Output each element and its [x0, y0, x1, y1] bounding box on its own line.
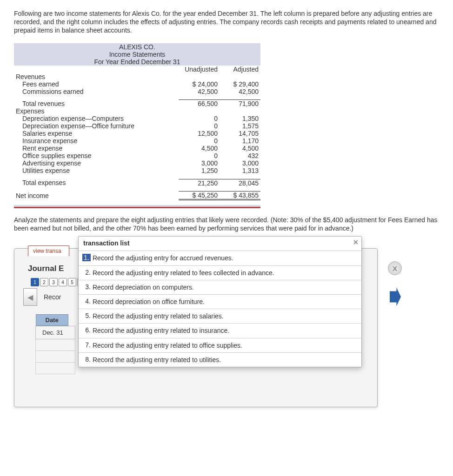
row-val: 0 [179, 152, 220, 159]
row-val: 1,250 [179, 167, 220, 174]
item-text: Record depreciation on computers. [93, 283, 358, 291]
row-val: 42,500 [179, 88, 220, 95]
transaction-item-8[interactable]: 8.Record the adjusting entry related to … [79, 352, 361, 367]
pager-btn-2[interactable]: 2 [40, 278, 48, 286]
transaction-item-4[interactable]: 4.Record depreciation on office furnitur… [79, 294, 361, 309]
row-label: Rent expense [14, 145, 179, 152]
stmt-title: Income Statements [14, 51, 260, 58]
item-text: Record the adjusting entry related to ut… [93, 356, 358, 364]
pager-btn-5[interactable]: 5 [68, 278, 76, 286]
item-number: 4. [80, 298, 93, 305]
total-revenues-label: Total revenues [14, 100, 179, 108]
row-val: 0 [179, 122, 220, 130]
row-val: 432 [220, 152, 260, 159]
item-number: 8. [80, 356, 93, 363]
row-val: 0 [179, 137, 220, 145]
row-label: Commissions earned [14, 88, 179, 95]
date-header: Date [36, 314, 68, 326]
blank-cell[interactable] [36, 339, 75, 351]
date-cell[interactable]: Dec. 31 [36, 326, 75, 339]
row-label: Fees earned [14, 80, 179, 88]
intro-text: Following are two income statements for … [14, 9, 439, 35]
item-text: Record the adjusting entry related to in… [93, 326, 358, 335]
transaction-list-title: transaction list [83, 239, 130, 247]
total-revenues-u: 66,500 [179, 100, 220, 108]
row-val: 1,575 [220, 122, 260, 130]
transaction-list-panel: transaction list ✕ 1.Record the adjustin… [78, 236, 362, 367]
row-val: 4,500 [179, 145, 220, 152]
instructions-text: Analyze the statements and prepare the e… [14, 216, 439, 232]
row-val: 12,500 [179, 130, 220, 137]
close-panel-button[interactable]: X [388, 261, 402, 275]
close-icon[interactable]: ✕ [353, 238, 359, 246]
row-label: Depreciation expense—Computers [14, 115, 179, 122]
col-unadjusted: Unadjusted [179, 66, 220, 73]
item-text: Record the adjusting entry related to fe… [93, 269, 358, 277]
revenues-header: Revenues [14, 73, 179, 80]
row-val: 0 [179, 115, 220, 122]
row-val: 1,170 [220, 137, 260, 145]
transaction-item-5[interactable]: 5.Record the adjusting entry related to … [79, 309, 361, 323]
row-val: 42,500 [220, 88, 260, 95]
row-val: 3,000 [220, 159, 260, 167]
transaction-item-6[interactable]: 6.Record the adjusting entry related to … [79, 323, 361, 337]
stmt-period: For Year Ended December 31 [14, 58, 260, 66]
item-number: 2. [80, 269, 93, 276]
total-expenses-label: Total expenses [14, 179, 179, 187]
divider [14, 207, 260, 208]
row-label: Advertising expense [14, 159, 179, 167]
item-text: Record the adjusting entry related to sa… [93, 312, 358, 320]
row-val: 4,500 [220, 145, 260, 152]
pager-btn-1[interactable]: 1 [31, 278, 39, 286]
transaction-item-7[interactable]: 7.Record the adjusting entry related to … [79, 338, 361, 352]
row-label: Depreciation expense—Office furniture [14, 122, 179, 130]
pager: 1 2 3 4 5 6 [31, 278, 86, 286]
item-text: Record the adjusting entry related to of… [93, 341, 358, 350]
row-label: Utilities expense [14, 167, 179, 174]
transaction-item-1[interactable]: 1.Record the adjusting entry for accrued… [79, 251, 361, 265]
total-expenses-a: 28,045 [220, 179, 260, 187]
row-val: 3,000 [179, 159, 220, 167]
row-val: $ 24,000 [179, 80, 220, 88]
row-label: Salaries expense [14, 130, 179, 137]
income-statement: ALEXIS CO. Income Statements For Year En… [14, 43, 260, 201]
item-text: Record depreciation on office furniture. [93, 298, 358, 306]
pager-btn-3[interactable]: 3 [49, 278, 58, 286]
pager-btn-4[interactable]: 4 [59, 278, 67, 286]
item-number: 7. [80, 341, 93, 349]
item-number: 1. [82, 254, 91, 261]
blank-cell[interactable] [36, 363, 75, 374]
net-income-a: $ 43,855 [220, 192, 260, 200]
net-income-label: Net income [14, 192, 179, 200]
journal-entry-heading: Journal E [28, 264, 64, 273]
transaction-item-2[interactable]: 2.Record the adjusting entry related to … [79, 265, 361, 280]
stmt-company: ALEXIS CO. [14, 43, 260, 51]
item-text: Record the adjusting entry for accrued r… [93, 254, 358, 262]
row-label: Office supplies expense [14, 152, 179, 159]
item-number: 6. [80, 326, 93, 334]
row-val: 1,350 [220, 115, 260, 122]
prev-button[interactable]: ◀ [23, 288, 37, 306]
total-revenues-a: 71,900 [220, 100, 260, 108]
next-arrow-button[interactable] [390, 287, 401, 306]
chevron-left-icon: ◀ [27, 293, 33, 302]
col-adjusted: Adjusted [220, 66, 260, 73]
total-expenses-u: 21,250 [179, 179, 220, 187]
net-income-u: $ 45,250 [179, 192, 220, 200]
item-number: 3. [80, 283, 93, 291]
blank-cell[interactable] [36, 351, 75, 363]
row-val: 14,705 [220, 130, 260, 137]
row-label: Insurance expense [14, 137, 179, 145]
transaction-item-3[interactable]: 3.Record depreciation on computers. [79, 280, 361, 294]
view-transactions-tab[interactable]: view transa [28, 245, 69, 256]
record-label: Recor [44, 293, 61, 301]
row-val: $ 29,400 [220, 80, 260, 88]
item-number: 5. [80, 312, 93, 319]
expenses-header: Expenses [14, 107, 179, 115]
row-val: 1,313 [220, 167, 260, 174]
